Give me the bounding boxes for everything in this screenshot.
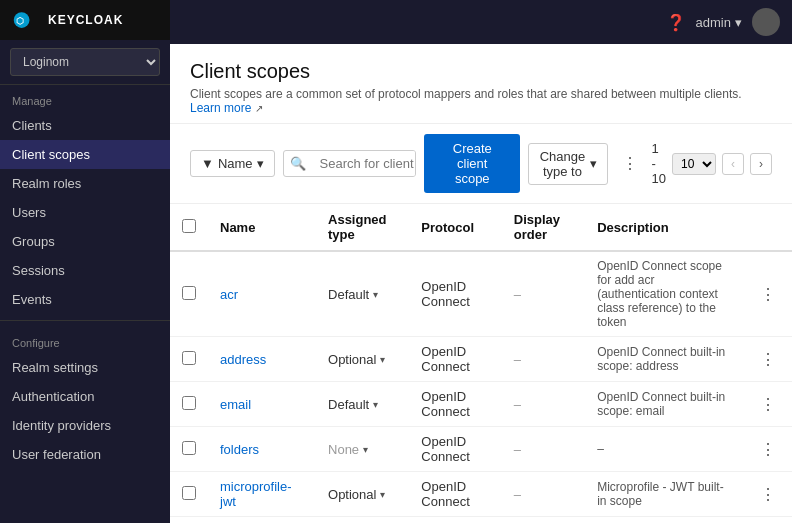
row-actions-3: ⋮ [744,427,792,472]
filter-label: Name [218,156,253,171]
row-checkbox-1[interactable] [182,351,196,365]
row-display-order-4: – [502,472,585,517]
row-kebab-button-4[interactable]: ⋮ [756,483,780,506]
type-dropdown-icon-2[interactable]: ▾ [373,399,378,410]
scope-name-link-2[interactable]: email [220,397,251,412]
change-type-label: Change type to [539,149,585,179]
table-header-row: Name Assigned type Protocol Display orde… [170,204,792,251]
sidebar-item-clients[interactable]: Clients [0,111,170,140]
sidebar-item-client-scopes-label: Client scopes [12,147,90,162]
pagination-range: 1 - 10 [652,141,666,186]
row-checkbox-3[interactable] [182,441,196,455]
row-actions-4: ⋮ [744,472,792,517]
type-dropdown-icon-4[interactable]: ▾ [380,489,385,500]
row-checkbox-4[interactable] [182,486,196,500]
table-row: microprofile-jwt Optional ▾ OpenID Conne… [170,472,792,517]
row-kebab-button-3[interactable]: ⋮ [756,438,780,461]
svg-text:⬡: ⬡ [16,16,24,26]
sidebar-item-sessions-label: Sessions [12,263,65,278]
sidebar-item-user-federation[interactable]: User federation [0,440,170,469]
row-name-0: acr [208,251,316,337]
scope-name-link-4[interactable]: microprofile-jwt [220,479,292,509]
sidebar-item-realm-roles[interactable]: Realm roles [0,169,170,198]
row-actions-5: ⋮ [744,517,792,524]
sidebar-item-events[interactable]: Events [0,285,170,314]
user-menu[interactable]: admin ▾ [696,15,742,30]
row-checkbox-2[interactable] [182,396,196,410]
row-kebab-button-0[interactable]: ⋮ [756,283,780,306]
col-header-description: Description [585,204,744,251]
row-actions-0: ⋮ [744,251,792,337]
type-dropdown-icon-1[interactable]: ▾ [380,354,385,365]
row-display-order-2: – [502,382,585,427]
row-checkbox-cell [170,517,208,524]
scope-name-link-3[interactable]: folders [220,442,259,457]
row-checkbox-cell [170,337,208,382]
sidebar-item-sessions[interactable]: Sessions [0,256,170,285]
sidebar-item-authentication[interactable]: Authentication [0,382,170,411]
user-label: admin [696,15,731,30]
scope-name-link-1[interactable]: address [220,352,266,367]
pagination: 1 - 10 10 20 50 ‹ › [652,141,772,186]
row-type-0: Default ▾ [316,251,409,337]
type-dropdown-icon-3[interactable]: ▾ [363,444,368,455]
manage-section-label: Manage [0,85,170,111]
row-protocol-0: OpenID Connect [409,251,501,337]
scope-name-link-0[interactable]: acr [220,287,238,302]
row-type-2: Default ▾ [316,382,409,427]
change-type-button[interactable]: Change type to ▾ [528,143,607,185]
row-type-3: None ▾ [316,427,409,472]
sidebar-item-client-scopes[interactable]: Client scopes [0,140,170,169]
row-type-1: Optional ▾ [316,337,409,382]
sidebar-item-identity-providers[interactable]: Identity providers [0,411,170,440]
sidebar-item-users[interactable]: Users [0,198,170,227]
learn-more-link[interactable]: Learn more [190,101,251,115]
pagination-dropdown[interactable]: 10 20 50 [672,153,716,175]
toolbar-kebab-button[interactable]: ⋮ [616,152,644,175]
page-header: Client scopes Client scopes are a common… [170,44,792,124]
sidebar-item-authentication-label: Authentication [12,389,94,404]
sidebar-divider [0,320,170,321]
row-protocol-1: OpenID Connect [409,337,501,382]
search-box: 🔍 → [283,150,417,177]
row-description-4: Microprofile - JWT built-in scope [585,472,744,517]
sidebar-item-groups[interactable]: Groups [0,227,170,256]
row-protocol-4: OpenID Connect [409,472,501,517]
client-scopes-table: Name Assigned type Protocol Display orde… [170,204,792,523]
create-client-scope-button[interactable]: Create client scope [424,134,520,193]
row-checkbox-0[interactable] [182,286,196,300]
col-header-protocol: Protocol [409,204,501,251]
sidebar-item-events-label: Events [12,292,52,307]
app-header: ❓ admin ▾ [170,0,792,44]
row-kebab-button-2[interactable]: ⋮ [756,393,780,416]
row-type-4: Optional ▾ [316,472,409,517]
prev-page-button[interactable]: ‹ [722,153,744,175]
realm-selector[interactable]: Loginom [0,40,170,85]
table-row: email Default ▾ OpenID Connect – OpenID … [170,382,792,427]
row-name-2: email [208,382,316,427]
help-icon[interactable]: ❓ [666,13,686,32]
assigned-type-value-4: Optional [328,487,376,502]
toolbar: ▼ Name ▾ 🔍 → Create client scope Change … [170,124,792,204]
search-input[interactable] [312,151,417,176]
assigned-type-value-0: Default [328,287,369,302]
sidebar-item-realm-settings[interactable]: Realm settings [0,353,170,382]
realm-dropdown[interactable]: Loginom [10,48,160,76]
sidebar-logo-text: KEYCLOAK [48,13,123,27]
right-panel: ❓ admin ▾ Client scopes Client scopes ar… [170,0,792,523]
row-kebab-button-1[interactable]: ⋮ [756,348,780,371]
next-page-button[interactable]: › [750,153,772,175]
user-dropdown-icon: ▾ [735,15,742,30]
page-title: Client scopes [190,60,772,83]
sidebar-header: ⬡ KEYCLOAK [0,0,170,40]
select-all-checkbox[interactable] [182,219,196,233]
row-checkbox-cell [170,382,208,427]
type-dropdown-icon-0[interactable]: ▾ [373,289,378,300]
table-row: acr Default ▾ OpenID Connect – OpenID Co… [170,251,792,337]
row-description-1: OpenID Connect built-in scope: address [585,337,744,382]
avatar[interactable] [752,8,780,36]
row-display-order-1: – [502,337,585,382]
filter-button[interactable]: ▼ Name ▾ [190,150,275,177]
sidebar-item-groups-label: Groups [12,234,55,249]
row-description-2: OpenID Connect built-in scope: email [585,382,744,427]
